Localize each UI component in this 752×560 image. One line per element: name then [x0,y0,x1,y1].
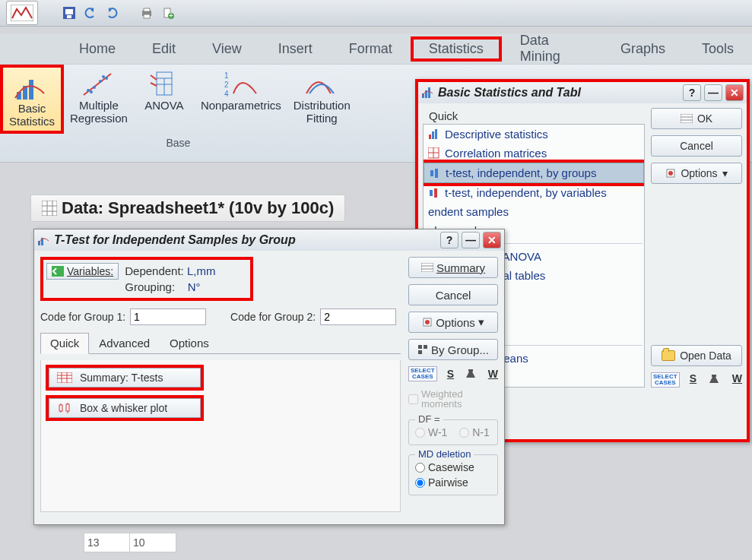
minimize-button[interactable]: — [462,232,480,248]
summary-ttests-button[interactable]: Summary: T-tests [49,368,201,388]
ribbon-basic-statistics[interactable]: Basic Statistics [0,65,64,134]
svg-text:+: + [169,11,173,19]
svg-rect-39 [435,129,437,139]
svg-point-19 [102,75,105,78]
list-item-correlation[interactable]: Correlation matrices [424,144,644,163]
ttest-side-buttons: Summary Cancel Options ▾ By Group... SEL… [408,257,498,512]
tab-panel-quick: Summary: T-tests Box & whisker plot [40,360,401,512]
tab-quick[interactable]: Quick [423,108,645,124]
list-item-ttest-independent-groups[interactable]: t-test, independent, by groups [424,163,644,183]
menu-graphs[interactable]: Graphs [602,36,684,62]
svg-rect-47 [681,114,693,123]
select-cases-icon[interactable]: SELECTCASES [408,366,437,381]
close-button[interactable]: ✕ [483,232,501,248]
ribbon-label: Multiple Regression [70,100,128,125]
weights-icon[interactable] [706,372,722,386]
box-whisker-button[interactable]: Box & whisker plot [49,398,201,418]
svg-rect-52 [712,375,716,377]
code2-input[interactable] [320,308,396,325]
spreadsheet-fragment: 13 10 [84,533,176,552]
md-casewise-radio[interactable] [415,463,425,473]
svg-rect-12 [29,80,33,100]
menu-format[interactable]: Format [331,36,411,62]
group-codes-row: Code for Group 1: Code for Group 2: [40,308,401,325]
app-icon [6,1,38,25]
svg-text:1: 1 [224,71,229,80]
list-item-ttest-independent-variables[interactable]: t-test, independent, by variables [424,183,644,202]
cancel-button[interactable]: Cancel [408,284,498,305]
ribbon-label: Basic Statistics [9,103,55,128]
w-icon[interactable]: W [488,368,498,380]
ribbon-label: Nonparametrics [201,100,281,112]
list-item-descriptive[interactable]: Descriptive statistics [424,125,644,144]
svg-text:4: 4 [224,90,229,98]
select-cases-icon[interactable]: SELECTCASES [651,372,680,388]
by-group-button[interactable]: By Group... [408,339,498,360]
variables-button[interactable]: Variables: [46,263,119,280]
ribbon-group-base: Basic Statistics Multiple Regression ANO… [0,65,357,163]
tab-advanced[interactable]: Advanced [89,333,160,353]
close-button[interactable]: ✕ [725,84,744,101]
print-icon[interactable] [138,5,155,21]
options-button[interactable]: Options ▾ [651,163,742,184]
svg-line-25 [151,83,157,86]
s-icon[interactable]: S [690,372,696,388]
weights-icon[interactable] [464,368,478,380]
svg-point-17 [105,77,108,80]
ok-button[interactable]: OK [651,108,742,129]
svg-rect-3 [67,15,71,18]
ribbon-multiple-regression[interactable]: Multiple Regression [64,65,134,134]
df-w1-radio [415,428,425,438]
folder-icon [662,350,675,361]
menu-home[interactable]: Home [61,36,134,62]
svg-rect-5 [144,8,150,11]
cancel-button[interactable]: Cancel [651,135,742,157]
ribbon-anova[interactable]: ANOVA [134,65,195,134]
menu-edit[interactable]: Edit [134,36,194,62]
tab-quick[interactable]: Quick [40,333,89,354]
svg-rect-38 [432,131,434,139]
open-data-button[interactable]: Open Data [651,345,742,366]
ribbon-label: ANOVA [144,100,183,112]
chart-icon [421,86,435,100]
svg-rect-74 [418,350,422,354]
menu-statistics[interactable]: Statistics [411,36,502,62]
quick-access-toolbar: + [0,0,752,27]
undo-icon[interactable] [82,5,99,21]
svg-point-16 [99,80,102,83]
dialog-titlebar[interactable]: Basic Statistics and Tabl ? — ✕ [418,82,747,103]
menu-data-mining[interactable]: Data Mining [502,28,602,69]
md-pairwise-radio[interactable] [415,478,425,488]
svg-rect-75 [468,369,473,372]
svg-rect-46 [434,188,437,198]
code1-input[interactable] [130,308,206,325]
help-button[interactable]: ? [683,84,701,101]
svg-rect-73 [424,345,427,349]
dialog-titlebar[interactable]: T-Test for Independent Samples by Group … [34,229,504,251]
help-button[interactable]: ? [440,232,458,248]
code1-label: Code for Group 1: [40,311,125,323]
svg-rect-61 [59,405,62,411]
ribbon-distribution-fitting[interactable]: Distribution Fitting [287,65,357,134]
menu-insert[interactable]: Insert [260,36,331,62]
s-icon[interactable]: S [447,368,454,380]
menu-view[interactable]: View [194,36,260,62]
svg-rect-2 [65,9,73,14]
ribbon-group-name: Base [0,134,357,149]
redo-icon[interactable] [103,5,120,21]
svg-point-14 [87,89,90,92]
menu-tools[interactable]: Tools [684,36,752,62]
svg-rect-45 [430,190,433,196]
tab-options[interactable]: Options [160,333,219,353]
w-icon[interactable]: W [732,372,742,388]
code2-label: Code for Group 2: [230,311,316,323]
ribbon-nonparametrics[interactable]: 124 Nonparametrics [195,65,287,134]
minimize-button[interactable]: — [704,84,722,101]
list-item-ttest-dependent[interactable]: dependent samples [424,202,644,221]
add-data-icon[interactable]: + [160,5,176,21]
options-button[interactable]: Options ▾ [408,312,498,333]
save-icon[interactable] [61,5,78,21]
dialog-side-buttons: OK Cancel Options ▾ Open Data SELECTCASE… [651,108,742,388]
svg-rect-72 [418,345,422,349]
summary-button[interactable]: Summary [408,257,498,278]
